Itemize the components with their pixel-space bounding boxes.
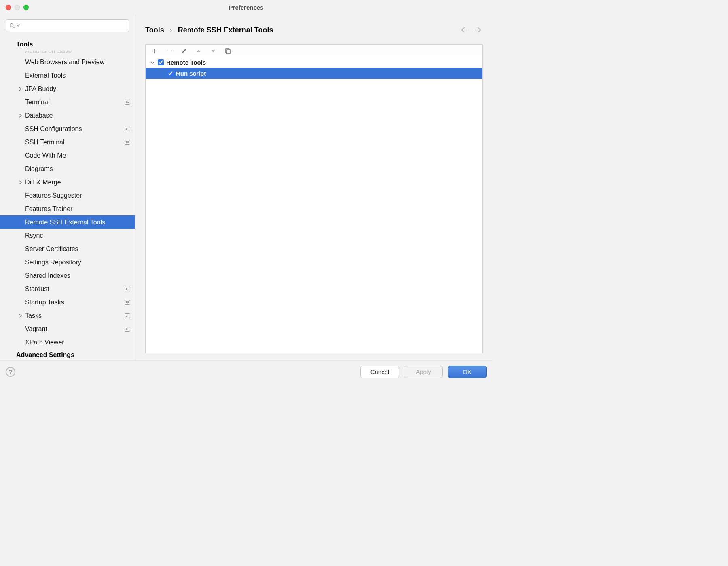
sidebar-item-vagrant[interactable]: Vagrant bbox=[0, 322, 135, 336]
group-checkbox[interactable] bbox=[158, 59, 164, 65]
sidebar-item-label: XPath Viewer bbox=[25, 339, 130, 346]
sidebar-item-partial[interactable]: Actions on Save bbox=[0, 51, 135, 55]
preferences-window: Preferences Tools Actions on Save Web Br… bbox=[0, 0, 492, 383]
search-dropdown-icon[interactable] bbox=[17, 24, 20, 27]
chevron-right-icon[interactable] bbox=[17, 180, 23, 184]
sidebar-item-label: Remote SSH External Tools bbox=[25, 219, 130, 226]
search-wrap bbox=[0, 15, 135, 36]
item-label: Run script bbox=[176, 70, 206, 77]
titlebar: Preferences bbox=[0, 0, 492, 15]
group-label: Remote Tools bbox=[166, 59, 206, 66]
traffic-lights bbox=[0, 5, 29, 10]
sidebar-item-settings-repository[interactable]: Settings Repository bbox=[0, 256, 135, 269]
svg-rect-21 bbox=[127, 289, 129, 289]
sidebar-item-web-browsers-and-preview[interactable]: Web Browsers and Preview bbox=[0, 55, 135, 69]
breadcrumb-root[interactable]: Tools bbox=[145, 26, 164, 34]
sidebar-item-database[interactable]: Database bbox=[0, 109, 135, 122]
nav-back-icon[interactable] bbox=[460, 27, 468, 33]
sidebar-item-tasks[interactable]: Tasks bbox=[0, 309, 135, 322]
chevron-down-icon[interactable] bbox=[150, 61, 155, 65]
sidebar-item-label: Terminal bbox=[25, 99, 122, 106]
sidebar-item-label: JPA Buddy bbox=[25, 85, 130, 93]
search-input[interactable] bbox=[6, 19, 129, 32]
project-badge-icon bbox=[125, 287, 130, 291]
sidebar-item-label: Code With Me bbox=[25, 152, 130, 159]
sidebar-item-label: Server Certificates bbox=[25, 245, 130, 253]
svg-rect-3 bbox=[126, 101, 127, 102]
close-window-button[interactable] bbox=[6, 5, 11, 10]
edit-button[interactable] bbox=[180, 47, 188, 55]
svg-rect-28 bbox=[126, 315, 127, 315]
breadcrumb-row: Tools › Remote SSH External Tools bbox=[145, 22, 483, 38]
sidebar-item-startup-tasks[interactable]: Startup Tasks bbox=[0, 296, 135, 309]
search-field[interactable] bbox=[21, 23, 126, 29]
chevron-right-icon[interactable] bbox=[17, 314, 23, 318]
window-title: Preferences bbox=[0, 4, 492, 11]
help-button[interactable]: ? bbox=[6, 367, 15, 377]
remove-button[interactable] bbox=[166, 47, 173, 55]
sidebar: Tools Actions on Save Web Browsers and P… bbox=[0, 15, 135, 360]
sidebar-item-external-tools[interactable]: External Tools bbox=[0, 69, 135, 82]
tools-tree: Remote Tools Run script bbox=[146, 57, 482, 353]
sidebar-item-server-certificates[interactable]: Server Certificates bbox=[0, 242, 135, 256]
breadcrumb-sep-icon: › bbox=[170, 26, 172, 34]
tree-item-row[interactable]: Run script bbox=[146, 68, 482, 79]
svg-rect-16 bbox=[127, 142, 129, 143]
search-icon bbox=[9, 23, 15, 29]
sidebar-item-jpa-buddy[interactable]: JPA Buddy bbox=[0, 82, 135, 95]
sidebar-item-features-trainer[interactable]: Features Trainer bbox=[0, 202, 135, 215]
sidebar-section-tools[interactable]: Tools bbox=[0, 38, 135, 51]
nav-forward-icon[interactable] bbox=[474, 27, 483, 33]
sidebar-item-label: Tasks bbox=[25, 312, 122, 319]
add-button[interactable] bbox=[151, 47, 159, 55]
svg-rect-20 bbox=[126, 289, 127, 290]
sidebar-item-xpath-viewer[interactable]: XPath Viewer bbox=[0, 336, 135, 349]
zoom-window-button[interactable] bbox=[23, 5, 29, 10]
cancel-button[interactable]: Cancel bbox=[360, 366, 399, 378]
item-checkbox[interactable] bbox=[167, 70, 174, 76]
breadcrumb-leaf: Remote SSH External Tools bbox=[178, 26, 273, 34]
chevron-right-icon[interactable] bbox=[17, 87, 23, 91]
sidebar-item-diagrams[interactable]: Diagrams bbox=[0, 162, 135, 175]
sidebar-item-code-with-me[interactable]: Code With Me bbox=[0, 149, 135, 162]
body: Tools Actions on Save Web Browsers and P… bbox=[0, 15, 492, 360]
svg-rect-9 bbox=[127, 128, 129, 128]
svg-rect-5 bbox=[126, 102, 127, 103]
svg-rect-18 bbox=[126, 288, 127, 289]
minimize-window-button[interactable] bbox=[15, 5, 20, 10]
move-up-button[interactable] bbox=[195, 47, 202, 55]
sidebar-item-remote-ssh-external-tools[interactable]: Remote SSH External Tools bbox=[0, 215, 135, 229]
breadcrumb: Tools › Remote SSH External Tools bbox=[145, 26, 273, 34]
sidebar-item-features-suggester[interactable]: Features Suggester bbox=[0, 189, 135, 202]
svg-rect-26 bbox=[127, 302, 129, 303]
sidebar-section-advanced[interactable]: Advanced Settings bbox=[0, 349, 135, 360]
tree-group-row[interactable]: Remote Tools bbox=[146, 57, 482, 68]
sidebar-item-label: Startup Tasks bbox=[25, 299, 122, 306]
sidebar-item-label: Rsync bbox=[25, 232, 130, 239]
sidebar-item-label: Settings Repository bbox=[25, 259, 130, 266]
sidebar-item-label: Diagrams bbox=[25, 165, 130, 173]
sidebar-item-ssh-configurations[interactable]: SSH Configurations bbox=[0, 122, 135, 135]
ok-button[interactable]: OK bbox=[448, 366, 487, 378]
tools-panel: Remote Tools Run script bbox=[145, 44, 483, 353]
svg-rect-31 bbox=[127, 316, 129, 316]
sidebar-item-ssh-terminal[interactable]: SSH Terminal bbox=[0, 135, 135, 149]
footer: ? Cancel Apply OK bbox=[0, 360, 492, 383]
sidebar-item-label: Stardust bbox=[25, 285, 122, 293]
svg-rect-34 bbox=[127, 328, 129, 328]
sidebar-item-rsync[interactable]: Rsync bbox=[0, 229, 135, 242]
svg-rect-33 bbox=[126, 328, 127, 329]
project-badge-icon bbox=[125, 327, 130, 332]
sidebar-item-stardust[interactable]: Stardust bbox=[0, 282, 135, 296]
apply-button[interactable]: Apply bbox=[404, 366, 443, 378]
main-panel: Tools › Remote SSH External Tools bbox=[135, 15, 492, 360]
sidebar-item-terminal[interactable]: Terminal bbox=[0, 95, 135, 109]
copy-button[interactable] bbox=[224, 47, 231, 55]
svg-rect-19 bbox=[127, 288, 129, 288]
sidebar-item-label: Vagrant bbox=[25, 325, 122, 333]
svg-rect-35 bbox=[126, 329, 127, 330]
chevron-right-icon[interactable] bbox=[17, 114, 23, 118]
sidebar-item-shared-indexes[interactable]: Shared Indexes bbox=[0, 269, 135, 282]
sidebar-item-diff-merge[interactable]: Diff & Merge bbox=[0, 175, 135, 189]
move-down-button[interactable] bbox=[210, 47, 217, 55]
